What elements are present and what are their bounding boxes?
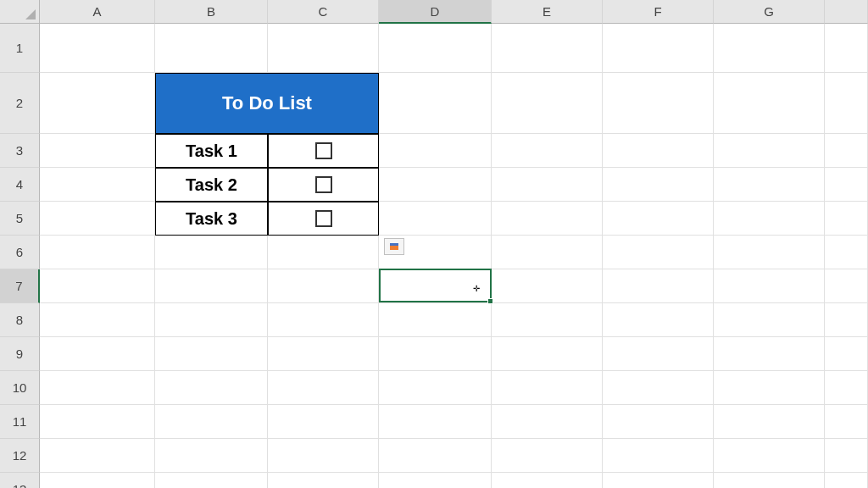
cell-overflow-4[interactable] [825, 168, 868, 202]
cell-G9[interactable] [714, 337, 825, 371]
cell-E6[interactable] [492, 236, 603, 269]
cell-C7[interactable] [268, 269, 379, 303]
cell-G7[interactable] [714, 269, 825, 303]
cell-C10[interactable] [268, 371, 379, 405]
col-header-B[interactable]: B [155, 0, 268, 24]
cell-C6[interactable] [268, 236, 379, 269]
todo-list-header[interactable]: To Do List [155, 73, 379, 134]
cell-A8[interactable] [40, 303, 155, 337]
cell-E11[interactable] [492, 405, 603, 439]
cell-F10[interactable] [603, 371, 714, 405]
col-header-A[interactable]: A [40, 0, 155, 24]
cell-F6[interactable] [603, 236, 714, 269]
cell-B7[interactable] [155, 269, 268, 303]
cell-G10[interactable] [714, 371, 825, 405]
cell-D5[interactable] [379, 202, 492, 236]
cell-A6[interactable] [40, 236, 155, 269]
cell-overflow-9[interactable] [825, 337, 868, 371]
cell-E9[interactable] [492, 337, 603, 371]
cell-C9[interactable] [268, 337, 379, 371]
cell-G13[interactable] [714, 473, 825, 488]
cell-G1[interactable] [714, 24, 825, 73]
cell-overflow-1[interactable] [825, 24, 868, 73]
select-all-corner[interactable] [0, 0, 40, 24]
cell-F4[interactable] [603, 168, 714, 202]
cell-D12[interactable] [379, 439, 492, 473]
row-header-9[interactable]: 9 [0, 337, 40, 371]
cell-F2[interactable] [603, 73, 714, 134]
cell-B11[interactable] [155, 405, 268, 439]
cell-A1[interactable] [40, 24, 155, 73]
col-header-G[interactable]: G [714, 0, 825, 24]
cell-E8[interactable] [492, 303, 603, 337]
cell-B12[interactable] [155, 439, 268, 473]
cell-A9[interactable] [40, 337, 155, 371]
cell-D1[interactable] [379, 24, 492, 73]
col-header-C[interactable]: C [268, 0, 379, 24]
cell-E1[interactable] [492, 24, 603, 73]
cell-D13[interactable] [379, 473, 492, 488]
col-header-F[interactable]: F [603, 0, 714, 24]
cell-D4[interactable] [379, 168, 492, 202]
cell-A13[interactable] [40, 473, 155, 488]
col-header-E[interactable]: E [492, 0, 603, 24]
cell-F8[interactable] [603, 303, 714, 337]
cell-E13[interactable] [492, 473, 603, 488]
cell-E4[interactable] [492, 168, 603, 202]
cell-A5[interactable] [40, 202, 155, 236]
row-header-12[interactable]: 12 [0, 439, 40, 473]
task-3-checkbox-cell[interactable] [268, 202, 379, 236]
cell-D2[interactable] [379, 73, 492, 134]
cell-G6[interactable] [714, 236, 825, 269]
cell-D11[interactable] [379, 405, 492, 439]
cell-G2[interactable] [714, 73, 825, 134]
task-2-label[interactable]: Task 2 [155, 168, 268, 202]
cell-D9[interactable] [379, 337, 492, 371]
cell-B6[interactable] [155, 236, 268, 269]
cell-F3[interactable] [603, 134, 714, 168]
cell-B10[interactable] [155, 371, 268, 405]
cell-A7[interactable] [40, 269, 155, 303]
cell-F5[interactable] [603, 202, 714, 236]
cell-overflow-12[interactable] [825, 439, 868, 473]
cell-B1[interactable] [155, 24, 268, 73]
row-header-7[interactable]: 7 [0, 269, 40, 303]
task-3-label[interactable]: Task 3 [155, 202, 268, 236]
cell-E12[interactable] [492, 439, 603, 473]
paste-options-button[interactable] [384, 238, 404, 255]
cell-C13[interactable] [268, 473, 379, 488]
cell-G5[interactable] [714, 202, 825, 236]
cell-G11[interactable] [714, 405, 825, 439]
cell-F1[interactable] [603, 24, 714, 73]
cell-G8[interactable] [714, 303, 825, 337]
cell-overflow-11[interactable] [825, 405, 868, 439]
cell-C1[interactable] [268, 24, 379, 73]
cell-A2[interactable] [40, 73, 155, 134]
cell-C8[interactable] [268, 303, 379, 337]
cell-overflow-6[interactable] [825, 236, 868, 269]
cell-overflow-10[interactable] [825, 371, 868, 405]
row-header-6[interactable]: 6 [0, 236, 40, 269]
cell-F13[interactable] [603, 473, 714, 488]
row-header-10[interactable]: 10 [0, 371, 40, 405]
cell-D8[interactable] [379, 303, 492, 337]
cell-G4[interactable] [714, 168, 825, 202]
row-header-11[interactable]: 11 [0, 405, 40, 439]
cell-G12[interactable] [714, 439, 825, 473]
cell-E10[interactable] [492, 371, 603, 405]
cell-E2[interactable] [492, 73, 603, 134]
cell-F9[interactable] [603, 337, 714, 371]
cell-E3[interactable] [492, 134, 603, 168]
col-header-overflow[interactable] [825, 0, 868, 24]
cell-overflow-2[interactable] [825, 73, 868, 134]
cell-B13[interactable] [155, 473, 268, 488]
cell-C12[interactable] [268, 439, 379, 473]
row-header-13[interactable]: 13 [0, 473, 40, 488]
cell-E5[interactable] [492, 202, 603, 236]
row-header-1[interactable]: 1 [0, 24, 40, 73]
cell-C11[interactable] [268, 405, 379, 439]
cell-E7[interactable] [492, 269, 603, 303]
col-header-D[interactable]: D [379, 0, 492, 24]
cell-A12[interactable] [40, 439, 155, 473]
task-2-checkbox[interactable] [315, 176, 332, 193]
